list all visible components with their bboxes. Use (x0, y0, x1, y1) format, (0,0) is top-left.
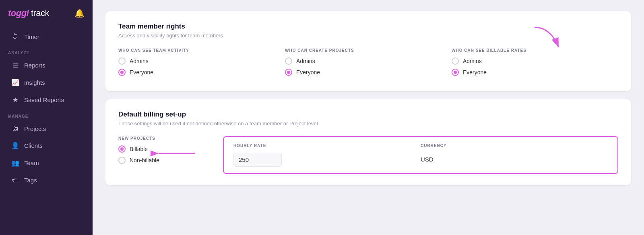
create-projects-admins[interactable]: Admins (285, 57, 444, 65)
billable-rates-label: WHO CAN SEE BILLABLE RATES (452, 48, 610, 53)
projects-icon: 🗂 (11, 125, 19, 132)
create-projects-everyone[interactable]: Everyone (285, 69, 444, 76)
radio-billable[interactable] (118, 145, 126, 153)
billing-right-header: HOURLY RATE CURRENCY USD (233, 143, 608, 167)
hourly-rate-col-label: HOURLY RATE (233, 143, 421, 148)
currency-col: CURRENCY USD (421, 143, 608, 167)
sidebar-item-tags[interactable]: 🏷 Tags (3, 172, 89, 188)
team-rights-title: Team member rights (118, 22, 618, 31)
billable-label: Billable (130, 146, 148, 152)
logo-toggl: toggl (8, 8, 29, 18)
new-projects-label: NEW PROJECTS (118, 136, 215, 141)
team-activity-everyone[interactable]: Everyone (118, 69, 277, 76)
billable-rates-everyone-label: Everyone (463, 69, 487, 76)
sidebar-item-timer[interactable]: ⏱ Timer (3, 29, 89, 45)
billing-card: Default billing set-up These settings wi… (105, 99, 631, 185)
reports-icon: ☰ (11, 61, 19, 69)
bell-button[interactable]: 🔔 (74, 8, 85, 18)
sidebar-label-timer: Timer (24, 33, 39, 40)
billing-subtitle: These settings will be used if not defin… (118, 121, 618, 127)
team-activity-admins[interactable]: Admins (118, 57, 277, 65)
hourly-rate-input[interactable] (233, 153, 282, 167)
radio-team-activity-everyone[interactable] (118, 69, 126, 76)
sidebar-item-projects[interactable]: 🗂 Projects (3, 121, 89, 137)
non-billable-label: Non-billable (130, 157, 159, 163)
radio-create-projects-admins[interactable] (285, 57, 292, 65)
logo: toggl track (8, 8, 49, 18)
main-content: Team member rights Access and visibility… (93, 0, 644, 235)
logo-track: track (29, 8, 49, 18)
billable-rates-admins[interactable]: Admins (452, 57, 610, 65)
sidebar-label-reports: Reports (24, 62, 45, 69)
radio-billable-rates-everyone[interactable] (452, 69, 459, 76)
saved-reports-icon: ★ (11, 96, 19, 104)
timer-icon: ⏱ (11, 33, 19, 40)
rights-column-billable-rates: WHO CAN SEE BILLABLE RATES Admins Everyo… (452, 48, 618, 80)
logo-text: toggl track (8, 8, 49, 18)
billable-option[interactable]: Billable (118, 145, 215, 153)
sidebar: toggl track 🔔 ⏱ Timer ANALYZE ☰ Reports … (0, 0, 93, 235)
bell-icon: 🔔 (74, 9, 85, 18)
sidebar-label-projects: Projects (24, 125, 46, 132)
sidebar-item-insights[interactable]: 📈 Insights (3, 74, 89, 91)
sidebar-label-insights: Insights (24, 79, 45, 86)
billing-title: Default billing set-up (118, 110, 618, 119)
tags-icon: 🏷 (11, 176, 19, 184)
rights-column-team-activity: WHO CAN SEE TEAM ACTIVITY Admins Everyon… (118, 48, 285, 80)
team-activity-everyone-label: Everyone (130, 69, 153, 76)
sidebar-section-manage: MANAGE (0, 108, 93, 120)
team-activity-admins-label: Admins (130, 58, 149, 64)
team-activity-label: WHO CAN SEE TEAM ACTIVITY (118, 48, 277, 53)
hourly-rate-col: HOURLY RATE (233, 143, 421, 167)
sidebar-item-saved-reports[interactable]: ★ Saved Reports (3, 92, 89, 108)
team-icon: 👥 (11, 159, 19, 167)
sidebar-label-tags: Tags (24, 177, 37, 184)
radio-non-billable[interactable] (118, 157, 126, 164)
currency-value: USD (421, 153, 608, 166)
sidebar-item-clients[interactable]: 👤 Clients (3, 137, 89, 154)
create-projects-label: WHO CAN CREATE PROJECTS (285, 48, 444, 53)
billable-rates-admins-label: Admins (463, 58, 482, 64)
create-projects-everyone-label: Everyone (296, 69, 320, 76)
radio-create-projects-everyone[interactable] (285, 69, 292, 76)
billing-grid: NEW PROJECTS Billable Non-billable (118, 136, 618, 174)
sidebar-label-team: Team (24, 159, 39, 166)
non-billable-option[interactable]: Non-billable (118, 157, 215, 164)
sidebar-label-clients: Clients (24, 142, 43, 149)
sidebar-item-team[interactable]: 👥 Team (3, 155, 89, 171)
sidebar-item-reports[interactable]: ☰ Reports (3, 57, 89, 74)
team-rights-card: Team member rights Access and visibility… (105, 11, 631, 91)
currency-col-label: CURRENCY (421, 143, 608, 148)
billing-left: NEW PROJECTS Billable Non-billable (118, 136, 215, 174)
billing-right: HOURLY RATE CURRENCY USD (223, 136, 618, 174)
sidebar-label-saved-reports: Saved Reports (24, 96, 64, 103)
sidebar-section-analyze: ANALYZE (0, 45, 93, 57)
create-projects-admins-label: Admins (296, 58, 315, 64)
insights-icon: 📈 (11, 79, 19, 86)
rights-grid: WHO CAN SEE TEAM ACTIVITY Admins Everyon… (118, 48, 618, 80)
radio-billable-rates-admins[interactable] (452, 57, 459, 65)
team-rights-subtitle: Access and visibility rights for team me… (118, 33, 618, 39)
sidebar-logo: toggl track 🔔 (0, 8, 93, 28)
rights-column-create-projects: WHO CAN CREATE PROJECTS Admins Everyone (285, 48, 452, 80)
billable-rates-everyone[interactable]: Everyone (452, 69, 610, 76)
clients-icon: 👤 (11, 142, 19, 149)
radio-team-activity-admins[interactable] (118, 57, 126, 65)
